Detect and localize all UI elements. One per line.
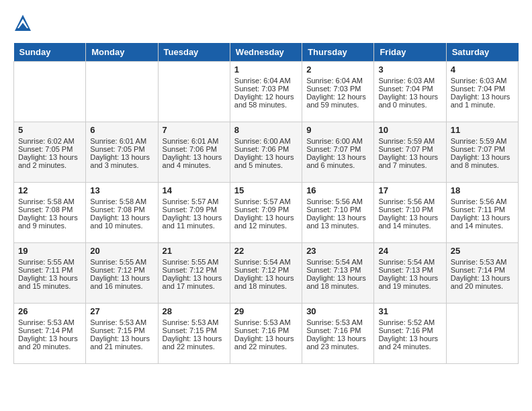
- daylight-text: Daylight: 13 hours and 4 minutes.: [163, 153, 226, 169]
- calendar-cell: 4Sunrise: 6:03 AMSunset: 7:04 PMDaylight…: [446, 62, 518, 122]
- daylight-text: Daylight: 12 hours and 59 minutes.: [306, 93, 369, 109]
- daylight-text: Daylight: 13 hours and 22 minutes.: [163, 334, 226, 351]
- day-number: 9: [306, 125, 369, 135]
- sunrise-text: Sunrise: 5:57 AM: [163, 197, 226, 205]
- sunrise-text: Sunrise: 5:58 AM: [90, 197, 153, 205]
- daylight-text: Daylight: 13 hours and 19 minutes.: [378, 274, 441, 290]
- sunrise-text: Sunrise: 5:53 AM: [306, 318, 369, 326]
- calendar-week-2: 5Sunrise: 6:02 AMSunset: 7:05 PMDaylight…: [14, 122, 519, 183]
- daylight-text: Daylight: 13 hours and 9 minutes.: [18, 214, 81, 230]
- daylight-text: Daylight: 13 hours and 17 minutes.: [163, 274, 226, 290]
- sunset-text: Sunset: 7:11 PM: [18, 266, 81, 274]
- header-cell-thursday: Thursday: [302, 43, 374, 62]
- sunset-text: Sunset: 7:09 PM: [234, 205, 298, 214]
- daylight-text: Daylight: 13 hours and 13 minutes.: [306, 214, 369, 230]
- sunset-text: Sunset: 7:16 PM: [306, 326, 369, 334]
- daylight-text: Daylight: 13 hours and 18 minutes.: [306, 274, 369, 290]
- sunrise-text: Sunrise: 5:59 AM: [451, 137, 514, 145]
- sunrise-text: Sunrise: 5:54 AM: [234, 258, 298, 266]
- day-number: 12: [18, 185, 81, 195]
- day-number: 16: [306, 185, 369, 195]
- daylight-text: Daylight: 13 hours and 15 minutes.: [18, 274, 81, 290]
- sunset-text: Sunset: 7:16 PM: [378, 326, 441, 334]
- day-number: 20: [90, 246, 153, 256]
- day-number: 29: [234, 306, 298, 316]
- day-number: 6: [90, 125, 153, 135]
- day-number: 11: [451, 125, 514, 135]
- sunrise-text: Sunrise: 6:03 AM: [451, 77, 514, 85]
- day-number: 2: [306, 64, 369, 75]
- sunrise-text: Sunrise: 6:01 AM: [163, 137, 226, 145]
- header-row: SundayMondayTuesdayWednesdayThursdayFrid…: [14, 43, 519, 62]
- sunset-text: Sunset: 7:15 PM: [163, 326, 226, 334]
- sunset-text: Sunset: 7:03 PM: [234, 85, 298, 93]
- sunset-text: Sunset: 7:13 PM: [306, 266, 369, 274]
- calendar-cell: 18Sunrise: 5:56 AMSunset: 7:11 PMDayligh…: [446, 183, 518, 243]
- sunrise-text: Sunrise: 6:02 AM: [18, 137, 81, 145]
- sunrise-text: Sunrise: 5:53 AM: [18, 318, 81, 326]
- header-cell-sunday: Sunday: [14, 43, 86, 62]
- calendar-cell: 1Sunrise: 6:04 AMSunset: 7:03 PMDaylight…: [230, 62, 302, 122]
- calendar-cell: 30Sunrise: 5:53 AMSunset: 7:16 PMDayligh…: [302, 304, 374, 364]
- sunrise-text: Sunrise: 5:54 AM: [378, 258, 441, 266]
- sunrise-text: Sunrise: 5:53 AM: [451, 258, 514, 266]
- day-number: 1: [234, 64, 298, 75]
- daylight-text: Daylight: 13 hours and 6 minutes.: [306, 153, 369, 169]
- calendar-cell: 25Sunrise: 5:53 AMSunset: 7:14 PMDayligh…: [446, 243, 518, 304]
- calendar-cell: [14, 62, 86, 122]
- day-number: 19: [18, 246, 81, 256]
- daylight-text: Daylight: 13 hours and 14 minutes.: [378, 214, 441, 230]
- daylight-text: Daylight: 13 hours and 20 minutes.: [18, 334, 81, 351]
- day-number: 22: [234, 246, 298, 256]
- calendar-cell: 13Sunrise: 5:58 AMSunset: 7:08 PMDayligh…: [86, 183, 158, 243]
- calendar-cell: 21Sunrise: 5:55 AMSunset: 7:12 PMDayligh…: [158, 243, 230, 304]
- day-number: 5: [18, 125, 81, 135]
- calendar-cell: 5Sunrise: 6:02 AMSunset: 7:05 PMDaylight…: [14, 122, 86, 183]
- sunrise-text: Sunrise: 5:53 AM: [90, 318, 153, 326]
- day-number: 28: [163, 306, 226, 316]
- calendar-header: SundayMondayTuesdayWednesdayThursdayFrid…: [14, 43, 519, 62]
- sunset-text: Sunset: 7:03 PM: [306, 85, 369, 93]
- daylight-text: Daylight: 13 hours and 21 minutes.: [90, 334, 153, 351]
- day-number: 4: [451, 64, 514, 75]
- calendar-cell: 19Sunrise: 5:55 AMSunset: 7:11 PMDayligh…: [14, 243, 86, 304]
- calendar-cell: 22Sunrise: 5:54 AMSunset: 7:12 PMDayligh…: [230, 243, 302, 304]
- sunset-text: Sunset: 7:08 PM: [18, 205, 81, 214]
- sunrise-text: Sunrise: 6:04 AM: [234, 77, 298, 85]
- calendar-cell: 24Sunrise: 5:54 AMSunset: 7:13 PMDayligh…: [374, 243, 446, 304]
- daylight-text: Daylight: 13 hours and 24 minutes.: [378, 334, 441, 351]
- day-number: 27: [90, 306, 153, 316]
- calendar-cell: 3Sunrise: 6:03 AMSunset: 7:04 PMDaylight…: [374, 62, 446, 122]
- daylight-text: Daylight: 12 hours and 58 minutes.: [234, 93, 298, 109]
- calendar-cell: 8Sunrise: 6:00 AMSunset: 7:06 PMDaylight…: [230, 122, 302, 183]
- sunset-text: Sunset: 7:05 PM: [90, 145, 153, 153]
- calendar-cell: 28Sunrise: 5:53 AMSunset: 7:15 PMDayligh…: [158, 304, 230, 364]
- day-number: 26: [18, 306, 81, 316]
- sunset-text: Sunset: 7:10 PM: [306, 205, 369, 214]
- day-number: 24: [378, 246, 441, 256]
- sunrise-text: Sunrise: 5:57 AM: [234, 197, 298, 205]
- sunrise-text: Sunrise: 6:04 AM: [306, 77, 369, 85]
- calendar-cell: 11Sunrise: 5:59 AMSunset: 7:07 PMDayligh…: [446, 122, 518, 183]
- sunset-text: Sunset: 7:12 PM: [234, 266, 298, 274]
- calendar-cell: 20Sunrise: 5:55 AMSunset: 7:12 PMDayligh…: [86, 243, 158, 304]
- sunrise-text: Sunrise: 5:55 AM: [18, 258, 81, 266]
- calendar-cell: [158, 62, 230, 122]
- day-number: 18: [451, 185, 514, 195]
- sunrise-text: Sunrise: 5:59 AM: [378, 137, 441, 145]
- daylight-text: Daylight: 13 hours and 16 minutes.: [90, 274, 153, 290]
- sunrise-text: Sunrise: 5:53 AM: [234, 318, 298, 326]
- daylight-text: Daylight: 13 hours and 23 minutes.: [306, 334, 369, 351]
- calendar-cell: 2Sunrise: 6:04 AMSunset: 7:03 PMDaylight…: [302, 62, 374, 122]
- daylight-text: Daylight: 13 hours and 7 minutes.: [378, 153, 441, 169]
- sunrise-text: Sunrise: 5:58 AM: [18, 197, 81, 205]
- calendar-cell: 16Sunrise: 5:56 AMSunset: 7:10 PMDayligh…: [302, 183, 374, 243]
- day-number: 3: [378, 64, 441, 75]
- daylight-text: Daylight: 13 hours and 0 minutes.: [378, 93, 441, 109]
- day-number: 23: [306, 246, 369, 256]
- daylight-text: Daylight: 13 hours and 18 minutes.: [234, 274, 298, 290]
- day-number: 13: [90, 185, 153, 195]
- calendar-cell: [446, 304, 518, 364]
- logo: [13, 13, 35, 32]
- sunrise-text: Sunrise: 5:53 AM: [163, 318, 226, 326]
